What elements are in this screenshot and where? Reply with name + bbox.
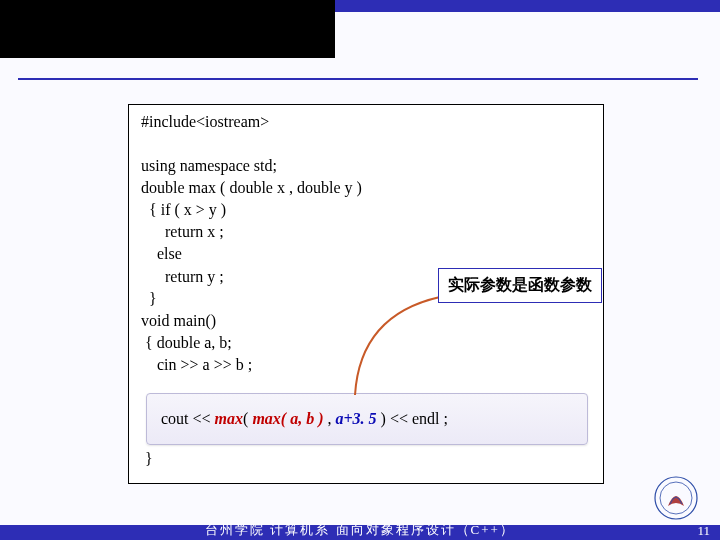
hl-open: ( xyxy=(243,410,252,427)
hl-comma: , xyxy=(323,410,335,427)
page-number: 11 xyxy=(697,523,710,539)
code-line: using namespace std; xyxy=(141,155,591,177)
hl-arg2: a+3. 5 xyxy=(335,410,376,427)
code-line: { if ( x > y ) xyxy=(141,199,591,221)
footer-text: 台州学院 计算机系 面向对象程序设计（C++） xyxy=(0,521,720,539)
hl-suffix: << endl ; xyxy=(386,410,448,427)
annotation-text: 实际参数是函数参数 xyxy=(448,276,592,293)
code-line-blank xyxy=(141,133,591,155)
hl-max-outer: max xyxy=(215,410,243,427)
university-logo xyxy=(654,476,698,520)
annotation-callout: 实际参数是函数参数 xyxy=(438,268,602,303)
code-line: double max ( double x , double y ) xyxy=(141,177,591,199)
code-line: return x ; xyxy=(141,221,591,243)
code-line: #include<iostream> xyxy=(141,111,591,133)
hl-prefix: cout << xyxy=(161,410,215,427)
code-line: void main() xyxy=(141,310,591,332)
code-line: cin >> a >> b ; xyxy=(141,354,591,376)
code-line: else xyxy=(141,243,591,265)
code-line: } xyxy=(141,448,591,470)
highlighted-code-box: cout << max( max( a, b ) , a+3. 5 ) << e… xyxy=(146,393,588,445)
hl-text: cout << max( max( a, b ) , a+3. 5 ) << e… xyxy=(161,410,448,428)
code-line: { double a, b; xyxy=(141,332,591,354)
hl-inner-call: max( a, b ) xyxy=(252,410,323,427)
header-black-box xyxy=(0,0,335,58)
horizontal-rule xyxy=(18,78,698,80)
hl-close: ) xyxy=(377,410,386,427)
